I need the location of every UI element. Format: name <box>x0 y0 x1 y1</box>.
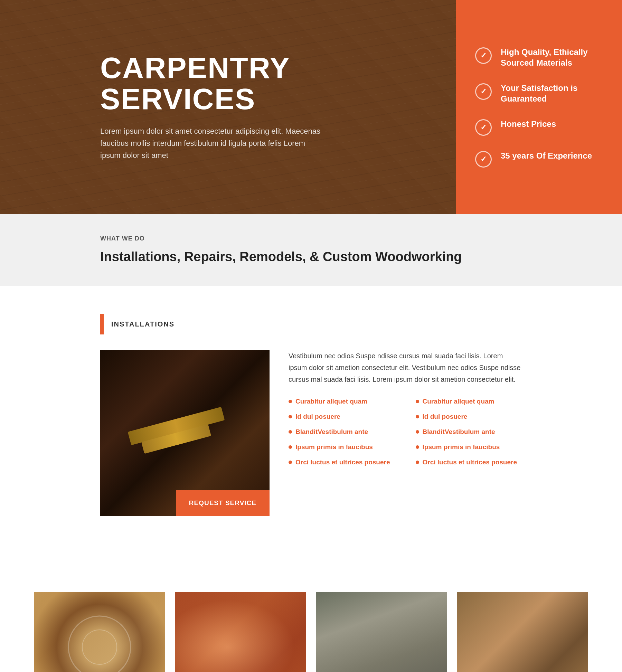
gallery-item-expert-detail: Expert Detail <box>175 592 306 672</box>
installations-header: INSTALLATIONS <box>100 314 522 334</box>
gallery-image-high-quality <box>457 592 588 672</box>
bullet-left-2: Id dui posuere <box>289 413 395 420</box>
check-icon-1 <box>475 47 492 64</box>
bullet-dot-icon <box>289 400 292 403</box>
bullet-dot-icon <box>289 461 292 464</box>
hero-title-line2: SERVICES <box>100 83 456 115</box>
bullet-right-2: Id dui posuere <box>416 413 522 420</box>
svg-point-0 <box>68 616 131 672</box>
checklist-text-2: Your Satisfaction is Guaranteed <box>501 83 603 104</box>
bullet-dot-icon <box>416 430 419 434</box>
gallery-item-traditional-methods: Traditional Methods <box>316 592 447 672</box>
bullet-column-right: Curabitur aliquet quam Id dui posuere Bl… <box>416 398 522 474</box>
bullet-right-4: Ipsum primis in faucibus <box>416 443 522 451</box>
bullet-dot-icon <box>416 415 419 418</box>
gallery-item-custom-work: Custom Work <box>34 592 165 672</box>
bullet-dot-icon <box>289 415 292 418</box>
svg-point-1 <box>82 630 117 664</box>
installations-label: INSTALLATIONS <box>111 320 175 328</box>
checklist-item-4: 35 years Of Experience <box>475 150 603 168</box>
installations-image-wrapper: REQUEST SERVICE <box>100 350 270 516</box>
gallery-thumb-expert-detail <box>175 592 306 672</box>
check-icon-3 <box>475 119 492 136</box>
hero-content: CARPENTRY SERVICES Lorem ipsum dolor sit… <box>0 53 456 161</box>
gallery-image-custom-work <box>34 592 165 672</box>
gallery-thumb-custom-work <box>34 592 165 672</box>
bullet-right-3: BlanditVestibulum ante <box>416 428 522 436</box>
spacer-2 <box>0 543 622 571</box>
installations-text-content: Vestibulum nec odios Suspe ndisse cursus… <box>289 350 522 474</box>
bullet-columns: Curabitur aliquet quam Id dui posuere Bl… <box>289 398 522 474</box>
what-we-do-section: WHAT WE DO Installations, Repairs, Remod… <box>0 214 622 286</box>
bullet-column-left: Curabitur aliquet quam Id dui posuere Bl… <box>289 398 395 474</box>
checklist-item-3: Honest Prices <box>475 119 603 136</box>
bullet-dot-icon <box>416 445 419 449</box>
checklist-item-2: Your Satisfaction is Guaranteed <box>475 83 603 104</box>
hero-section: CARPENTRY SERVICES Lorem ipsum dolor sit… <box>0 0 622 214</box>
bullet-dot-icon <box>416 400 419 403</box>
check-icon-4 <box>475 151 492 168</box>
gallery-image-expert-detail <box>175 592 306 672</box>
gallery-grid: Custom Work Expert Detail Traditional Me… <box>21 592 601 672</box>
gallery-thumb-traditional-methods <box>316 592 447 672</box>
bullet-right-1: Curabitur aliquet quam <box>416 398 522 405</box>
bullet-left-3: BlanditVestibulum ante <box>289 428 395 436</box>
request-service-button[interactable]: REQUEST SERVICE <box>176 490 270 516</box>
gallery-section: Custom Work Expert Detail Traditional Me… <box>0 571 622 672</box>
bullet-dot-icon <box>416 461 419 464</box>
bullet-right-5: Orci luctus et ultrices posuere <box>416 458 522 466</box>
what-we-do-label: WHAT WE DO <box>100 235 522 242</box>
check-icon-2 <box>475 83 492 100</box>
checklist-item-1: High Quality, Ethically Sourced Material… <box>475 47 603 68</box>
installations-section: INSTALLATIONS REQUEST SERVICE Vestibulum… <box>0 314 622 543</box>
checklist-text-3: Honest Prices <box>501 119 556 129</box>
bullet-left-1: Curabitur aliquet quam <box>289 398 395 405</box>
bullet-dot-icon <box>289 430 292 434</box>
hero-description: Lorem ipsum dolor sit amet consectetur a… <box>100 125 321 162</box>
spacer-1 <box>0 286 622 314</box>
hero-checklist-box: High Quality, Ethically Sourced Material… <box>456 0 622 214</box>
installations-accent-bar <box>100 314 104 334</box>
bullet-left-4: Ipsum primis in faucibus <box>289 443 395 451</box>
checklist-text-1: High Quality, Ethically Sourced Material… <box>501 47 603 68</box>
bullet-dot-icon <box>289 445 292 449</box>
gallery-item-high-quality: High Quality <box>457 592 588 672</box>
hero-title-line1: CARPENTRY <box>100 53 456 83</box>
what-we-do-title: Installations, Repairs, Remodels, & Cust… <box>100 248 522 265</box>
bullet-left-5: Orci luctus et ultrices posuere <box>289 458 395 466</box>
installations-body: REQUEST SERVICE Vestibulum nec odios Sus… <box>100 350 522 516</box>
gallery-image-traditional-methods <box>316 592 447 672</box>
checklist-text-4: 35 years Of Experience <box>501 150 592 161</box>
installations-description: Vestibulum nec odios Suspe ndisse cursus… <box>289 350 522 385</box>
gallery-thumb-high-quality <box>457 592 588 672</box>
